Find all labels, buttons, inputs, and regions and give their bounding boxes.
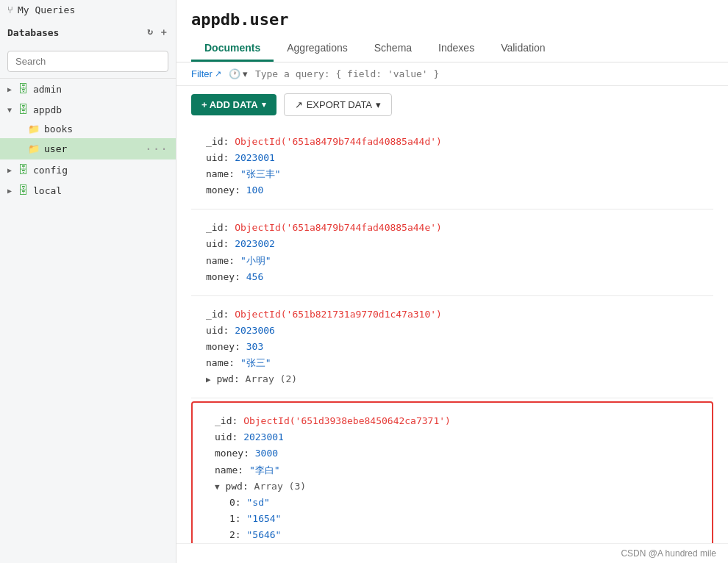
query-toolbar: Filter ↗ 🕐 ▾ — [176, 62, 728, 86]
sidebar: ⑂ My Queries Databases ↻ ＋ ▶ 🗄 admin ▼ 🗄… — [0, 0, 176, 563]
tab-aggregations[interactable]: Aggregations — [274, 36, 361, 62]
field-money: money: 456 — [191, 269, 713, 285]
arrow-right-icon: ▶ — [7, 187, 12, 195]
db-icon: 🗄 — [18, 184, 29, 197]
sidebar-item-books[interactable]: 📁 books — [0, 120, 176, 138]
user-label: user — [44, 143, 140, 154]
add-data-label: + ADD DATA — [201, 99, 258, 110]
field-money: money: 303 — [191, 339, 713, 355]
tab-indexes[interactable]: Indexes — [425, 36, 488, 62]
appdb-label: appdb — [33, 104, 168, 115]
field-id: _id: ObjectId('651b821731a9770d1c47a310'… — [191, 306, 713, 323]
field-uid: uid: 2023006 — [191, 323, 713, 339]
field-money: money: 100 — [191, 182, 713, 198]
page-title: appdb.user — [191, 10, 713, 29]
field-uid: uid: 2023001 — [191, 150, 713, 166]
field-uid: uid: 2023002 — [191, 236, 713, 252]
db-icon: 🗄 — [18, 82, 29, 96]
action-bar: + ADD DATA ▾ ↗ EXPORT DATA ▾ — [176, 86, 728, 123]
field-pwd: ▶ pwd: Array (2) — [191, 371, 713, 387]
databases-header: Databases ↻ ＋ — [0, 20, 176, 45]
main-content: appdb.user Documents Aggregations Schema… — [176, 0, 728, 563]
document-card: _id: ObjectId('651a8479b744fad40885a44d'… — [191, 123, 713, 209]
pwd-item-1: 1: "1654" — [200, 511, 704, 527]
expand-icon[interactable]: ▶ — [206, 375, 211, 384]
pwd-item-2: 2: "5646" — [200, 527, 704, 543]
filter-link[interactable]: Filter ↗ — [191, 68, 221, 79]
my-queries-label: My Queries — [18, 4, 75, 15]
field-money: money: 3000 — [200, 445, 704, 462]
field-name: name: "张三" — [191, 355, 713, 371]
arrow-right-icon: ▶ — [7, 166, 12, 174]
clock-icon: 🕐 — [229, 68, 240, 79]
tab-validation[interactable]: Validation — [488, 36, 558, 62]
history-button[interactable]: 🕐 ▾ — [229, 68, 248, 79]
document-card-highlighted: _id: ObjectId('651d3938ebe8450642ca7371'… — [191, 401, 713, 543]
document-card: _id: ObjectId('651a8479b744fad40885a44e'… — [191, 209, 713, 295]
external-link-icon: ↗ — [215, 69, 221, 79]
add-data-button[interactable]: + ADD DATA ▾ — [191, 94, 276, 115]
field-name: name: "张三丰" — [191, 166, 713, 182]
databases-label: Databases — [7, 27, 59, 38]
refresh-icon[interactable]: ↻ — [147, 26, 153, 39]
folder-icon: 📁 — [28, 123, 40, 135]
sidebar-item-config[interactable]: ▶ 🗄 config — [0, 159, 176, 180]
document-card: _id: ObjectId('651b821731a9770d1c47a310'… — [191, 296, 713, 398]
local-label: local — [33, 185, 168, 196]
add-database-icon[interactable]: ＋ — [159, 26, 168, 39]
fork-icon: ⑂ — [7, 4, 13, 15]
field-name: name: "小明" — [191, 253, 713, 269]
arrow-down-icon: ▼ — [7, 106, 12, 114]
chevron-down-icon: ▾ — [262, 100, 266, 110]
chevron-down-icon: ▾ — [376, 99, 381, 110]
search-input[interactable] — [7, 51, 168, 72]
tab-schema[interactable]: Schema — [361, 36, 425, 62]
field-id: _id: ObjectId('651a8479b744fad40885a44d'… — [191, 134, 713, 150]
books-label: books — [44, 123, 168, 135]
pwd-item-0: 0: "sd" — [200, 495, 704, 511]
sidebar-item-local[interactable]: ▶ 🗄 local — [0, 180, 176, 201]
field-uid: uid: 2023001 — [200, 429, 704, 445]
field-pwd: ▼ pwd: Array (3) — [200, 478, 704, 495]
more-options-icon[interactable]: ··· — [145, 142, 168, 156]
expand-icon[interactable]: ▼ — [215, 482, 220, 492]
admin-label: admin — [33, 84, 168, 95]
main-header: appdb.user Documents Aggregations Schema… — [176, 0, 728, 62]
tab-documents[interactable]: Documents — [191, 36, 274, 62]
export-data-label: EXPORT DATA — [307, 99, 372, 110]
field-id: _id: ObjectId('651a8479b744fad40885a44e'… — [191, 220, 713, 236]
arrow-right-icon: ▶ — [7, 85, 12, 93]
my-queries-item[interactable]: ⑂ My Queries — [0, 0, 176, 20]
export-data-button[interactable]: ↗ EXPORT DATA ▾ — [284, 93, 392, 116]
sidebar-item-appdb[interactable]: ▼ 🗄 appdb — [0, 99, 176, 120]
search-container — [0, 45, 176, 79]
db-icon: 🗄 — [18, 103, 29, 116]
export-icon: ↗ — [295, 99, 303, 110]
folder-icon: 📁 — [28, 143, 40, 154]
sidebar-item-admin[interactable]: ▶ 🗄 admin — [0, 79, 176, 99]
dropdown-arrow-icon: ▾ — [243, 68, 248, 79]
query-input[interactable] — [255, 68, 713, 79]
field-name: name: "李白" — [200, 462, 704, 478]
sidebar-item-user[interactable]: 📁 user ··· — [0, 138, 176, 159]
documents-area: _id: ObjectId('651a8479b744fad40885a44d'… — [176, 123, 728, 543]
databases-actions: ↻ ＋ — [147, 26, 168, 39]
tab-bar: Documents Aggregations Schema Indexes Va… — [191, 36, 713, 62]
field-id: _id: ObjectId('651d3938ebe8450642ca7371'… — [200, 413, 704, 429]
filter-label: Filter — [191, 68, 213, 79]
db-icon: 🗄 — [18, 163, 29, 176]
watermark: CSDN @A hundred mile — [176, 543, 728, 563]
config-label: config — [33, 165, 168, 176]
